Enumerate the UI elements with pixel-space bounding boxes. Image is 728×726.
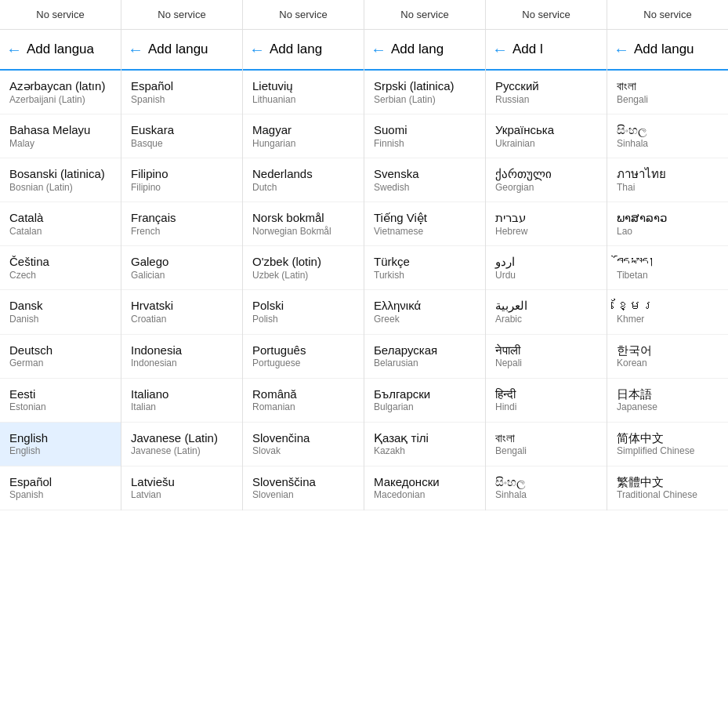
list-item[interactable]: ČeštinaCzech [0,246,121,290]
lang-english-name: English [9,445,111,458]
list-item[interactable]: PolskiPolish [243,290,364,334]
list-item[interactable]: EestiEstonian [0,379,121,423]
list-item[interactable]: 繁體中文Traditional Chinese [607,466,728,510]
lang-english-name: Galician [131,270,233,282]
lang-english-name: Azerbaijani (Latin) [9,94,111,107]
list-item[interactable]: සිංහලSinhala [486,466,607,510]
lang-english-name: Dutch [252,182,354,194]
lang-english-name: Indonesian [131,358,233,370]
list-item[interactable]: العربيةArabic [486,290,607,334]
list-item[interactable]: SlovenščinaSlovenian [243,466,364,510]
list-item[interactable]: Tiếng ViệtVietnamese [364,202,485,246]
lang-english-name: Tibetan [617,270,719,282]
list-item[interactable]: ខ្មែរKhmer [607,290,728,334]
list-item[interactable]: 한국어Korean [607,335,728,379]
list-item[interactable]: Қазақ тіліKazakh [364,423,485,466]
list-item[interactable]: বাংলাBengali [607,71,728,114]
list-item[interactable]: اردوUrdu [486,246,607,290]
list-item[interactable]: עבריתHebrew [486,202,607,246]
list-item[interactable]: NederlandsDutch [243,158,364,202]
back-button-2[interactable]: ← [249,41,265,59]
lang-english-name: Latvian [131,489,233,502]
list-item[interactable]: 日本語Japanese [607,379,728,423]
lang-native-name: Português [252,343,354,358]
lang-english-name: Croatian [131,314,233,326]
list-item[interactable]: Javanese (Latin)Javanese (Latin) [121,423,242,466]
list-item[interactable]: SlovenčinaSlovak [243,423,364,466]
list-item[interactable]: PortuguêsPortuguese [243,335,364,379]
list-item[interactable]: MagyarHungarian [243,114,364,158]
panel-header-1: ←Add langu [121,30,242,71]
list-item[interactable]: SuomiFinnish [364,114,485,158]
lang-english-name: Bengali [617,94,719,107]
back-button-1[interactable]: ← [128,41,143,59]
lang-native-name: Dansk [9,298,111,314]
list-item[interactable]: සිංහලSinhala [607,114,728,158]
list-item[interactable]: বাংলাBengali [486,423,607,466]
list-item[interactable]: नेपालीNepali [486,335,607,379]
list-item[interactable]: УкраїнськаUkrainian [486,114,607,158]
list-item[interactable]: ພາສາລາວLao [607,202,728,246]
lang-native-name: Македонски [374,474,476,490]
list-item[interactable]: DanskDanish [0,290,121,334]
list-item[interactable]: РусскийRussian [486,71,607,114]
list-item[interactable]: Bahasa MelayuMalay [0,114,121,158]
list-item[interactable]: HrvatskiCroatian [121,290,242,334]
lang-native-name: ภาษาไทย [617,166,719,182]
list-item[interactable]: FrançaisFrench [121,202,242,246]
list-item[interactable]: བོད་སྐད།Tibetan [607,246,728,290]
lang-english-name: Swedish [374,182,476,194]
lang-english-name: Basque [131,138,233,151]
panel-title-3: Add lang [391,42,444,57]
list-item[interactable]: DeutschGerman [0,335,121,379]
list-item[interactable]: LatviešuLatvian [121,466,242,510]
lang-english-name: Turkish [374,270,476,282]
list-item[interactable]: O'zbek (lotin)Uzbek (Latin) [243,246,364,290]
lang-english-name: Traditional Chinese [617,489,719,502]
back-button-0[interactable]: ← [6,41,22,59]
list-item[interactable]: ItalianoItalian [121,379,242,423]
lang-native-name: Nederlands [252,166,354,182]
list-item[interactable]: GalegoGalician [121,246,242,290]
list-item[interactable]: Norsk bokmålNorwegian Bokmål [243,202,364,246]
list-item[interactable]: ΕλληνικάGreek [364,290,485,334]
lang-english-name: Arabic [495,314,597,326]
list-item[interactable]: 简体中文Simplified Chinese [607,423,728,466]
lang-english-name: Romanian [252,401,354,414]
lang-native-name: Euskara [131,122,233,138]
list-item[interactable]: RomânăRomanian [243,379,364,423]
list-item[interactable]: EuskaraBasque [121,114,242,158]
lang-native-name: বাংলা [617,78,719,94]
list-item[interactable]: TürkçeTurkish [364,246,485,290]
list-item[interactable]: БългарскиBulgarian [364,379,485,423]
list-item[interactable]: CatalàCatalan [0,202,121,246]
list-item[interactable]: FilipinoFilipino [121,158,242,202]
list-item[interactable]: Bosanski (latinica)Bosnian (Latin) [0,158,121,202]
list-item[interactable]: Srpski (latinica)Serbian (Latin) [364,71,485,114]
list-item[interactable]: EnglishEnglish [0,423,121,466]
list-item[interactable]: МакедонскиMacedonian [364,466,485,510]
list-item[interactable]: БеларускаяBelarusian [364,335,485,379]
back-button-4[interactable]: ← [492,41,508,59]
back-button-3[interactable]: ← [371,41,386,59]
lang-english-name: Italian [131,401,233,414]
status-cell-2: No service [243,0,364,29]
list-item[interactable]: LietuviųLithuanian [243,71,364,114]
list-item[interactable]: हिन्दीHindi [486,379,607,423]
lang-native-name: Javanese (Latin) [131,430,233,446]
list-item[interactable]: ქართულიGeorgian [486,158,607,202]
lang-english-name: Bulgarian [374,401,476,414]
lang-english-name: Spanish [9,489,111,502]
lang-english-name: Hungarian [252,138,354,151]
lang-native-name: Беларуская [374,343,476,358]
list-item[interactable]: EspañolSpanish [0,466,121,510]
lang-native-name: සිංහල [495,474,597,490]
list-item[interactable]: ภาษาไทยThai [607,158,728,202]
list-item[interactable]: SvenskaSwedish [364,158,485,202]
lang-english-name: Lithuanian [252,94,354,107]
list-item[interactable]: IndonesiaIndonesian [121,335,242,379]
back-button-5[interactable]: ← [614,41,629,59]
list-item[interactable]: Azərbaycan (latın)Azerbaijani (Latin) [0,71,121,114]
lang-native-name: සිංහල [617,122,719,138]
list-item[interactable]: EspañolSpanish [121,71,242,114]
